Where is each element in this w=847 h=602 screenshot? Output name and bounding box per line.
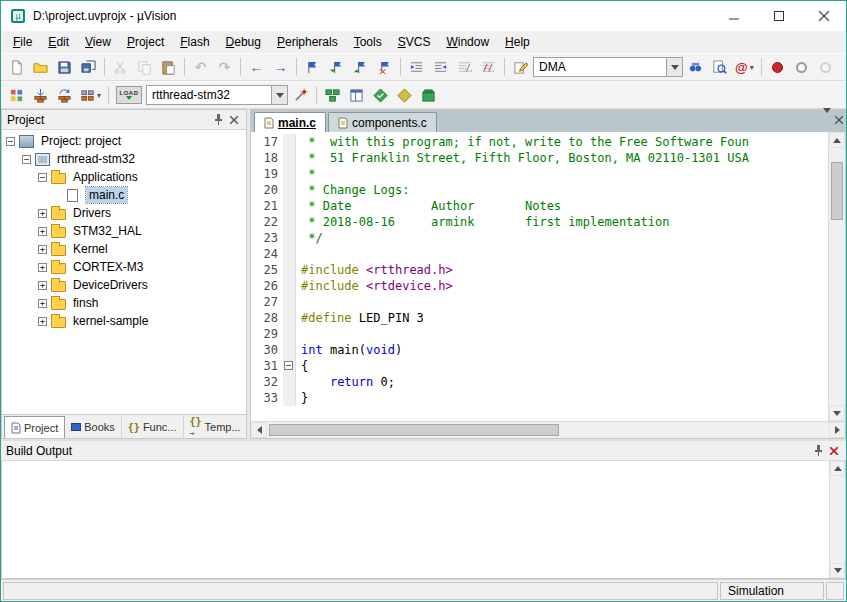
editor-vertical-scrollbar[interactable] bbox=[828, 132, 845, 421]
tree-item-main-c[interactable]: main.c bbox=[2, 186, 246, 204]
code-line-19[interactable]: 19 * bbox=[251, 166, 828, 182]
tree-item-stm32-hal[interactable]: +STM32_HAL bbox=[2, 222, 246, 240]
options-for-target-button[interactable] bbox=[289, 84, 312, 107]
tab-list-button[interactable] bbox=[823, 113, 831, 127]
code-line-28[interactable]: 28#define LED_PIN 3 bbox=[251, 310, 828, 326]
copy-button[interactable] bbox=[133, 56, 156, 79]
editor-horizontal-scrollbar[interactable] bbox=[251, 421, 845, 438]
expand-icon[interactable]: + bbox=[38, 227, 47, 236]
scroll-up-button[interactable] bbox=[829, 132, 845, 148]
collapse-icon[interactable]: − bbox=[38, 173, 47, 182]
pin-panel-button[interactable] bbox=[211, 112, 226, 127]
tree-item-kernel-sample[interactable]: +kernel-sample bbox=[2, 312, 246, 330]
comment-button[interactable]: // bbox=[453, 56, 476, 79]
tree-item-kernel[interactable]: +Kernel bbox=[2, 240, 246, 258]
tab-components-c[interactable]: components.c bbox=[328, 112, 437, 132]
bookmark-clear-button[interactable] bbox=[373, 56, 396, 79]
code-line-22[interactable]: 22 * 2018-08-16 armink first implementat… bbox=[251, 214, 828, 230]
collapse-icon[interactable]: − bbox=[6, 137, 15, 146]
menu-file[interactable]: File bbox=[5, 32, 40, 52]
expand-icon[interactable]: + bbox=[38, 245, 47, 254]
manage-run-time-button[interactable] bbox=[321, 84, 344, 107]
close-panel-button[interactable] bbox=[226, 112, 241, 127]
code-line-20[interactable]: 20 * Change Logs: bbox=[251, 182, 828, 198]
build-output-content[interactable] bbox=[2, 461, 829, 578]
menu-project[interactable]: Project bbox=[119, 32, 172, 52]
menu-tools[interactable]: Tools bbox=[346, 32, 390, 52]
menu-window[interactable]: Window bbox=[438, 32, 497, 52]
breakpoint-disable-button[interactable] bbox=[790, 56, 813, 79]
redo-button[interactable]: ↷ bbox=[213, 56, 236, 79]
tab-project[interactable]: Project bbox=[4, 416, 65, 438]
tree-item-finsh[interactable]: +finsh bbox=[2, 294, 246, 312]
find-in-files-button[interactable] bbox=[684, 56, 707, 79]
configure-find-button[interactable] bbox=[509, 56, 532, 79]
undo-button[interactable]: ↶ bbox=[189, 56, 212, 79]
tree-item-cortex-m3[interactable]: +CORTEX-M3 bbox=[2, 258, 246, 276]
pack-installer-button[interactable] bbox=[417, 84, 440, 107]
search-combobox[interactable]: DMA bbox=[533, 57, 683, 77]
code-line-33[interactable]: 33} bbox=[251, 390, 828, 406]
build-button[interactable] bbox=[29, 84, 52, 107]
target-combobox[interactable]: rtthread-stm32 bbox=[146, 85, 288, 105]
expand-icon[interactable]: + bbox=[38, 209, 47, 218]
indent-left-button[interactable] bbox=[429, 56, 452, 79]
expand-icon[interactable]: + bbox=[38, 317, 47, 326]
close-panel-button[interactable] bbox=[826, 443, 841, 458]
code-line-25[interactable]: 25#include <rtthread.h> bbox=[251, 262, 828, 278]
tree-item-drivers[interactable]: +Drivers bbox=[2, 204, 246, 222]
scrollbar-thumb[interactable] bbox=[831, 162, 843, 220]
file-extensions-button[interactable] bbox=[345, 84, 368, 107]
scrollbar-thumb[interactable] bbox=[269, 424, 559, 436]
highlight-search-button[interactable]: @▾ bbox=[732, 56, 757, 79]
code-line-31[interactable]: 31−{ bbox=[251, 358, 828, 374]
build-output-scrollbar[interactable] bbox=[829, 461, 845, 578]
bookmark-next-button[interactable] bbox=[349, 56, 372, 79]
save-all-button[interactable] bbox=[77, 56, 100, 79]
indent-right-button[interactable] bbox=[405, 56, 428, 79]
tab-books[interactable]: Books bbox=[65, 416, 122, 438]
menu-peripherals[interactable]: Peripherals bbox=[269, 32, 346, 52]
bookmark-prev-button[interactable] bbox=[325, 56, 348, 79]
expand-icon[interactable]: + bbox=[38, 299, 47, 308]
find-button[interactable] bbox=[708, 56, 731, 79]
maximize-button[interactable] bbox=[756, 1, 801, 31]
code-line-30[interactable]: 30int main(void) bbox=[251, 342, 828, 358]
navigate-back-button[interactable]: ← bbox=[245, 56, 268, 79]
tree-item-rtthread-stm32[interactable]: −rtthread-stm32 bbox=[2, 150, 246, 168]
code-line-24[interactable]: 24 bbox=[251, 246, 828, 262]
code-line-32[interactable]: 32 return 0; bbox=[251, 374, 828, 390]
breakpoint-toggle-button[interactable] bbox=[766, 56, 789, 79]
tree-item-devicedrivers[interactable]: +DeviceDrivers bbox=[2, 276, 246, 294]
new-file-button[interactable] bbox=[5, 56, 28, 79]
target-dropdown-button[interactable] bbox=[271, 86, 287, 104]
close-button[interactable] bbox=[801, 1, 846, 31]
project-targets-button[interactable] bbox=[369, 84, 392, 107]
tab-functions[interactable]: {} Func... bbox=[122, 416, 184, 438]
code-line-27[interactable]: 27 bbox=[251, 294, 828, 310]
search-dropdown-button[interactable] bbox=[666, 58, 682, 76]
download-button[interactable]: LOAD bbox=[113, 84, 145, 107]
scroll-right-button[interactable] bbox=[829, 422, 845, 438]
menu-help[interactable]: Help bbox=[497, 32, 538, 52]
tab-main-c[interactable]: main.c bbox=[254, 112, 326, 132]
scroll-down-button[interactable] bbox=[829, 405, 845, 421]
menu-edit[interactable]: Edit bbox=[40, 32, 77, 52]
scroll-left-button[interactable] bbox=[251, 422, 267, 438]
minimize-button[interactable] bbox=[711, 1, 756, 31]
expand-icon[interactable]: + bbox=[38, 263, 47, 272]
menu-svcs[interactable]: SVCS bbox=[390, 32, 439, 52]
rebuild-button[interactable] bbox=[53, 84, 76, 107]
paste-button[interactable] bbox=[157, 56, 180, 79]
expand-icon[interactable]: + bbox=[38, 281, 47, 290]
close-document-button[interactable] bbox=[835, 113, 843, 127]
pin-panel-button[interactable] bbox=[811, 443, 826, 458]
batch-build-button[interactable]: ▾ bbox=[77, 84, 104, 107]
save-button[interactable] bbox=[53, 56, 76, 79]
cut-button[interactable] bbox=[109, 56, 132, 79]
tab-templates[interactable]: {}→ Temp... bbox=[184, 416, 248, 438]
open-file-button[interactable] bbox=[29, 56, 52, 79]
scroll-up-button[interactable] bbox=[830, 461, 845, 476]
menu-flash[interactable]: Flash bbox=[172, 32, 217, 52]
code-line-26[interactable]: 26#include <rtdevice.h> bbox=[251, 278, 828, 294]
